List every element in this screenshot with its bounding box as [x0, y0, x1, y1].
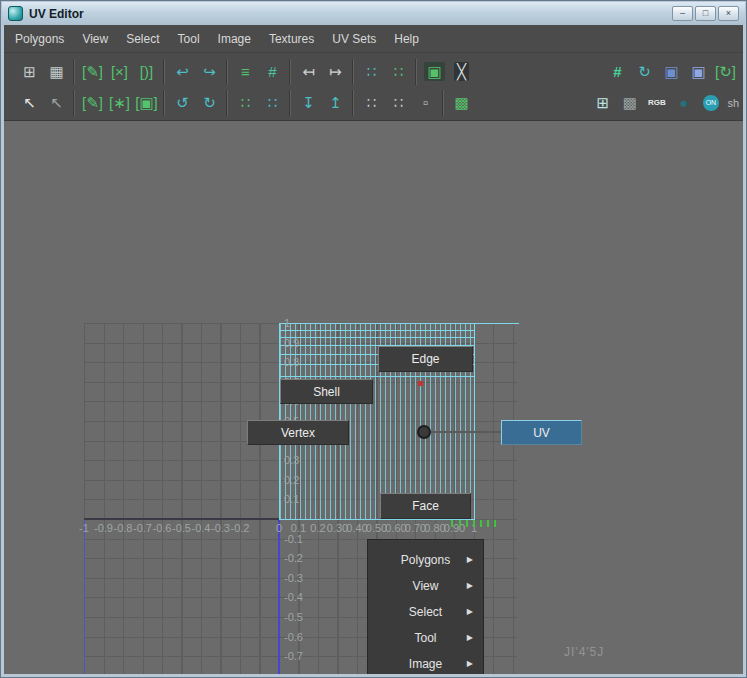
copy-uv-icon[interactable]: ▣	[659, 60, 684, 84]
select-tool-icon: ↖	[23, 95, 36, 110]
x-axis-label: -0.2	[231, 522, 250, 534]
snap-top-icon[interactable]: ↥	[323, 91, 348, 115]
flip-u-icon[interactable]: ↩	[170, 60, 195, 84]
menu-help[interactable]: Help	[385, 25, 428, 53]
x-axis-label: -0.4	[192, 522, 211, 534]
checker-map-icon[interactable]: ▩	[449, 91, 474, 115]
pinch-brush-icon[interactable]: [∗]	[107, 91, 132, 115]
flip-v-icon: ↪	[203, 64, 216, 79]
align-u-max-icon[interactable]: ↦	[323, 60, 348, 84]
uv-lattice-tool-icon[interactable]: ⊞	[17, 60, 42, 84]
u-axis-line	[84, 518, 279, 520]
snap-bottom-icon: ↧	[302, 95, 315, 110]
uv-lattice-deformer-icon[interactable]: [×]	[107, 60, 132, 84]
uv-editor-app: PolygonsViewSelectToolImageTexturesUV Se…	[4, 25, 743, 674]
context-menu-item-select[interactable]: Select▶	[368, 599, 483, 625]
uv-cycle-icon[interactable]: [↻]	[713, 60, 738, 84]
snap-top-icon: ↥	[329, 95, 342, 110]
layout-uvs-icon[interactable]: ≡	[233, 60, 258, 84]
uv-shell-mesh-line	[280, 330, 474, 331]
y-axis-label: -0.4	[284, 590, 303, 604]
lasso-select-icon: ↖	[50, 95, 63, 110]
context-menu-item-tool[interactable]: Tool▶	[368, 625, 483, 651]
uv-grid-tool-icon[interactable]: ▦	[44, 60, 69, 84]
tile-u-icon[interactable]: ∷	[359, 91, 384, 115]
uv-lattice-tool-icon: ⊞	[23, 64, 36, 79]
component-shell-button[interactable]: Shell	[280, 379, 373, 404]
grab-brush-icon: [▣]	[135, 95, 158, 110]
component-vertex-button[interactable]: Vertex	[247, 420, 349, 445]
selected-uv-tick	[494, 520, 496, 527]
toolbar-separator	[223, 59, 232, 85]
selected-uv-tick	[451, 520, 453, 527]
lasso-select-icon[interactable]: ↖	[44, 91, 69, 115]
close-button[interactable]: ×	[718, 6, 739, 21]
component-uv-button[interactable]: UV	[501, 420, 582, 445]
x-axis-label: -0.7	[133, 522, 152, 534]
component-edge-button[interactable]: Edge	[378, 346, 473, 372]
align-u-min-icon: ↤	[302, 64, 315, 79]
snap-bottom-icon[interactable]: ↧	[296, 91, 321, 115]
grid-snap-icon[interactable]: #	[260, 60, 285, 84]
grid-numbers-icon: ⊞	[597, 95, 610, 110]
select-tool-icon[interactable]: ↖	[17, 91, 42, 115]
component-face-button[interactable]: Face	[380, 493, 471, 519]
x-axis-label: 0.90	[444, 522, 465, 534]
uv-shell-mesh-line	[280, 376, 474, 377]
menu-tool[interactable]: Tool	[169, 25, 209, 53]
toolbar-separator	[70, 59, 79, 85]
tile-v-icon[interactable]: ∷	[386, 91, 411, 115]
grid-numbers-icon[interactable]: ⊞	[590, 91, 615, 115]
grid-minus-one-line	[84, 520, 85, 674]
maximize-button[interactable]: □	[695, 6, 716, 21]
context-menu-item-view[interactable]: View▶	[368, 573, 483, 599]
toggle-grid-icon: #	[613, 64, 621, 79]
x-axis-label: 0.1	[291, 522, 306, 534]
align-u-min-icon[interactable]: ↤	[296, 60, 321, 84]
minimize-button[interactable]: –	[672, 6, 693, 21]
flip-v-icon[interactable]: ↪	[197, 60, 222, 84]
rotate-ccw-icon[interactable]: ↺	[170, 91, 195, 115]
untangle-uv-icon[interactable]: ↻	[632, 60, 657, 84]
uv-smudge-tool-icon[interactable]: [✎]	[80, 60, 105, 84]
paste-uv-icon[interactable]: ▣	[686, 60, 711, 84]
unfold-uvs-icon[interactable]: ∷	[359, 60, 384, 84]
flip-u-icon: ↩	[176, 64, 189, 79]
merge-uv-icon: ∷	[268, 95, 278, 110]
rotate-cw-icon: ↻	[203, 95, 216, 110]
border-edges-icon[interactable]: ▫	[413, 91, 438, 115]
rotate-cw-icon[interactable]: ↻	[197, 91, 222, 115]
merge-uv-icon[interactable]: ∷	[260, 91, 285, 115]
menu-image[interactable]: Image	[209, 25, 260, 53]
untangle-uv-icon: ↻	[638, 64, 651, 79]
subdivide-uv-icon[interactable]: ∷	[233, 91, 258, 115]
selected-uv-tick	[459, 520, 461, 527]
uv-editor-canvas[interactable]: 10.90.80.70.60.50.40.30.20.1-0.1-0.2-0.3…	[4, 121, 743, 674]
context-menu-item-polygons[interactable]: Polygons▶	[368, 547, 483, 573]
paint-select-icon[interactable]: [✎]	[80, 91, 105, 115]
texture-resize-icon[interactable]: ╳	[449, 60, 474, 84]
context-menu-item-image[interactable]: Image▶	[368, 651, 483, 674]
menu-select[interactable]: Select	[117, 25, 168, 53]
relax-uvs-icon[interactable]: ∷	[386, 60, 411, 84]
title-bar[interactable]: UV Editor –□×	[2, 2, 745, 25]
toggle-grid-icon[interactable]: #	[605, 60, 630, 84]
uv-snapshot-icon[interactable]: ▣	[422, 60, 447, 84]
uv-warp-tool-icon[interactable]: [)]	[134, 60, 159, 84]
grab-brush-icon[interactable]: [▣]	[134, 91, 159, 115]
context-menu-item-label: Polygons	[401, 553, 450, 567]
y-axis-label: -0.6	[284, 630, 303, 644]
layout-uvs-icon: ≡	[241, 64, 250, 79]
align-u-max-icon: ↦	[329, 64, 342, 79]
dim-image-icon[interactable]: ▩	[617, 91, 642, 115]
menu-polygons[interactable]: Polygons	[6, 25, 73, 53]
selected-uv-tick	[487, 520, 489, 527]
menu-uv-sets[interactable]: UV Sets	[323, 25, 385, 53]
isolate-select-on-icon[interactable]: ON	[698, 91, 723, 115]
submenu-arrow-icon: ▶	[467, 599, 473, 625]
submenu-arrow-icon: ▶	[467, 651, 473, 674]
menu-view[interactable]: View	[73, 25, 117, 53]
alpha-channel-icon[interactable]: ●	[671, 91, 696, 115]
rgb-channels-icon[interactable]: RGB	[644, 91, 669, 115]
menu-textures[interactable]: Textures	[260, 25, 323, 53]
